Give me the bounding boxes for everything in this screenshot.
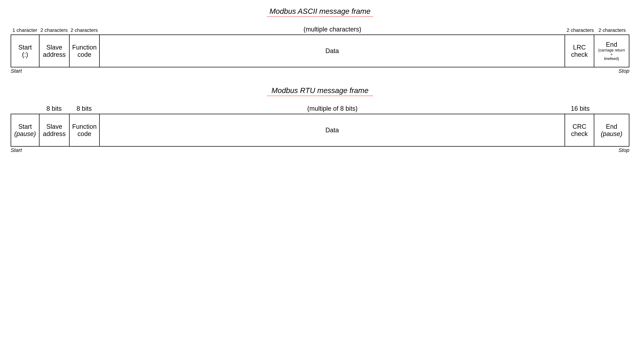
- rtu-field-data: Data: [100, 114, 565, 146]
- rtu-boxes-row: Start (pause) Slave address Function cod…: [11, 114, 629, 147]
- field-label: Function: [72, 123, 97, 130]
- rtu-field-check: CRC check: [565, 114, 594, 146]
- ascii-field-data: Data: [100, 35, 565, 67]
- field-sublabel: (pause): [601, 130, 622, 138]
- rtu-size-end: [595, 105, 629, 112]
- ascii-title: Modbus ASCII message frame: [11, 7, 629, 16]
- rtu-markers: Start Stop: [11, 147, 629, 153]
- rtu-field-addr: Slave address: [40, 114, 70, 146]
- rtu-field-end: End (pause): [594, 114, 629, 146]
- field-label: Data: [325, 126, 339, 134]
- rtu-size-start: [11, 105, 39, 112]
- field-sublabel: code: [77, 51, 91, 58]
- field-label: Function: [72, 44, 97, 51]
- field-small: +: [610, 52, 613, 56]
- field-label: Start: [18, 123, 32, 130]
- marker-start: Start: [11, 147, 22, 153]
- ascii-size-func: 2 characters: [69, 26, 99, 33]
- field-sublabel: (pause): [14, 130, 36, 138]
- rtu-size-data: (multiple of 8 bits): [99, 105, 566, 112]
- field-sublabel: code: [77, 130, 91, 138]
- marker-stop: Stop: [618, 68, 629, 74]
- rtu-frame-container: 8 bits 8 bits (multiple of 8 bits) 16 bi…: [11, 105, 629, 153]
- ascii-field-addr: Slave address: [40, 35, 70, 67]
- ascii-size-end: 2 characters: [595, 26, 629, 33]
- marker-start: Start: [11, 68, 22, 74]
- field-label: CRC: [572, 123, 586, 130]
- ascii-field-start: Start (:): [11, 35, 40, 67]
- ascii-field-check: LRC check: [565, 35, 594, 67]
- field-sublabel: check: [571, 51, 588, 58]
- ascii-boxes-row: Start (:) Slave address Function code Da…: [11, 34, 629, 68]
- field-sublabel: address: [43, 130, 66, 138]
- ascii-size-check: 2 characters: [566, 26, 595, 33]
- rtu-size-row: 8 bits 8 bits (multiple of 8 bits) 16 bi…: [11, 105, 629, 112]
- ascii-title-underline: [267, 16, 373, 17]
- field-small: (carriage return: [598, 48, 625, 52]
- rtu-title-underline: [267, 96, 373, 96]
- field-label: Data: [325, 47, 339, 54]
- rtu-size-func: 8 bits: [69, 105, 99, 112]
- ascii-markers: Start Stop: [11, 68, 629, 74]
- field-sublabel: address: [43, 51, 66, 58]
- rtu-title: Modbus RTU message frame: [11, 86, 629, 95]
- ascii-field-end: End (carriage return + linefeed): [594, 35, 629, 67]
- ascii-size-start: 1 character: [11, 26, 39, 33]
- marker-stop: Stop: [618, 147, 629, 153]
- rtu-field-start: Start (pause): [11, 114, 40, 146]
- field-label: Start: [18, 44, 32, 51]
- rtu-field-func: Function code: [70, 114, 100, 146]
- field-label: LRC: [573, 44, 586, 51]
- rtu-frame-section: Modbus RTU message frame 8 bits 8 bits (…: [11, 86, 629, 153]
- field-sublabel: check: [571, 130, 588, 138]
- field-label: End: [606, 123, 617, 130]
- rtu-size-addr: 8 bits: [39, 105, 69, 112]
- field-small: linefeed): [604, 56, 619, 61]
- field-label: Slave: [46, 123, 62, 130]
- ascii-size-addr: 2 characters: [39, 26, 69, 33]
- ascii-size-row: 1 character 2 characters 2 characters (m…: [11, 26, 629, 33]
- ascii-size-data: (multiple characters): [99, 26, 566, 33]
- field-label: Slave: [46, 44, 62, 51]
- field-label: End: [606, 41, 617, 48]
- ascii-frame-container: 1 character 2 characters 2 characters (m…: [11, 26, 629, 74]
- end-stack: End (carriage return + linefeed): [598, 41, 625, 61]
- ascii-field-func: Function code: [70, 35, 100, 67]
- ascii-frame-section: Modbus ASCII message frame 1 character 2…: [11, 7, 629, 74]
- field-sublabel: (:): [22, 51, 28, 58]
- rtu-size-check: 16 bits: [566, 105, 595, 112]
